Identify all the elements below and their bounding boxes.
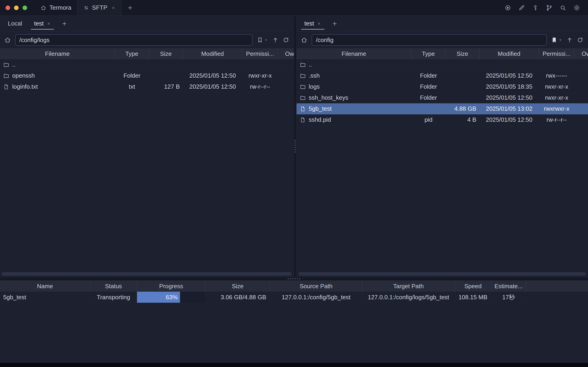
- horizontal-scrollbar[interactable]: [298, 272, 586, 275]
- column-header-progress[interactable]: Progress: [137, 281, 205, 292]
- column-header-owner[interactable]: Owner: [278, 48, 294, 59]
- edit-button[interactable]: [518, 4, 525, 11]
- bookmark-icon: [551, 37, 557, 43]
- file-row[interactable]: logs Folder 2025/01/05 18:35 rwxr-xr-x: [297, 81, 588, 92]
- remote-pathbar: [297, 32, 588, 48]
- file-name-cell: loginfo.txt: [0, 81, 115, 92]
- file-row[interactable]: openssh Folder 2025/01/05 12:50 rwxr-xr-…: [0, 70, 294, 81]
- parent-directory-button[interactable]: [272, 37, 279, 43]
- tab-local[interactable]: Local: [2, 16, 28, 32]
- keychain-button[interactable]: [546, 4, 553, 11]
- file-row[interactable]: loginfo.txt txt 127 B 2025/01/05 12:50 r…: [0, 81, 294, 92]
- tab-test-remote[interactable]: test: [298, 16, 327, 32]
- file-row[interactable]: ssh_host_keys Folder 2025/01/05 12:50 rw…: [297, 92, 588, 103]
- close-icon[interactable]: [111, 6, 115, 10]
- transfer-table-header: Name Status Progress Size Source Path Ta…: [0, 281, 588, 292]
- file-type-cell: Folder: [411, 92, 445, 103]
- column-header-size[interactable]: Size: [205, 281, 270, 292]
- file-type-cell: [411, 103, 445, 114]
- file-permissions-cell: [539, 59, 574, 70]
- bookmark-button[interactable]: [551, 37, 562, 43]
- local-pane: Local test Filename Type Size Mod: [0, 16, 294, 277]
- close-icon[interactable]: [47, 22, 51, 26]
- search-button[interactable]: [560, 4, 566, 11]
- macro-record-button[interactable]: [504, 4, 511, 11]
- refresh-button[interactable]: [283, 37, 289, 43]
- horizontal-scrollbar[interactable]: [2, 272, 291, 275]
- column-header-filename[interactable]: Filename: [297, 48, 411, 59]
- progress-bar: 63%: [137, 292, 180, 303]
- refresh-button[interactable]: [577, 37, 583, 43]
- path-input[interactable]: [15, 34, 253, 46]
- column-header-permissions[interactable]: Permissi...: [539, 48, 574, 59]
- file-row[interactable]: .ssh Folder 2025/01/05 12:50 rwx------: [297, 70, 588, 81]
- file-modified-cell: 2025/01/05 12:50: [479, 114, 539, 125]
- tab-termora[interactable]: Termora: [34, 0, 77, 15]
- file-table-header: Filename Type Size Modified Permissi... …: [297, 48, 588, 59]
- file-permissions-cell: rwxr-xr-x: [242, 70, 278, 81]
- column-header-estimate[interactable]: Estimate...: [491, 281, 526, 292]
- file-size-cell: [149, 70, 183, 81]
- folder-icon: [300, 84, 306, 90]
- transfer-row[interactable]: 5gb_test Transporting 63% 3.06 GB/4.88 G…: [0, 292, 588, 303]
- column-header-type[interactable]: Type: [115, 48, 149, 59]
- close-window-button[interactable]: [6, 6, 10, 10]
- file-row[interactable]: ..: [297, 59, 588, 70]
- file-size-cell: 127 B: [149, 81, 183, 92]
- tab-test-local[interactable]: test: [28, 16, 57, 32]
- zoom-window-button[interactable]: [23, 6, 27, 10]
- local-file-list: .. openssh Folder 2025/01/05 12:50 rwxr-…: [0, 59, 294, 277]
- folder-icon: [300, 62, 306, 68]
- transfer-panel: Name Status Progress Size Source Path Ta…: [0, 281, 588, 363]
- tab-sftp[interactable]: SFTP: [77, 0, 121, 15]
- column-header-type[interactable]: Type: [411, 48, 445, 59]
- file-name: 5gb_test: [309, 105, 332, 112]
- column-header-modified[interactable]: Modified: [479, 48, 539, 59]
- column-header-name[interactable]: Name: [0, 281, 90, 292]
- key-manager-button[interactable]: [532, 4, 539, 11]
- home-button[interactable]: [4, 36, 11, 43]
- add-tab-button[interactable]: [327, 16, 342, 32]
- column-header-status[interactable]: Status: [90, 281, 137, 292]
- file-modified-cell: 2025/01/05 18:35: [479, 81, 539, 92]
- new-terminal-tab-button[interactable]: [122, 0, 139, 15]
- refresh-icon: [577, 37, 583, 43]
- bookmark-button[interactable]: [257, 37, 268, 43]
- path-input[interactable]: [312, 34, 547, 46]
- transfer-size-cell: 3.06 GB/4.88 GB: [205, 292, 270, 303]
- transfer-splitter[interactable]: [0, 277, 588, 281]
- column-header-owner[interactable]: Owner: [574, 48, 588, 59]
- home-icon: [41, 5, 46, 11]
- add-tab-button[interactable]: [57, 16, 72, 32]
- file-row[interactable]: sshd.pid pid 4 B 2025/01/05 12:50 rw-r--…: [297, 114, 588, 125]
- parent-directory-button[interactable]: [566, 37, 573, 43]
- file-size-cell: [445, 70, 479, 81]
- file-table-header: Filename Type Size Modified Permissi... …: [0, 48, 294, 59]
- file-row-selected[interactable]: 5gb_test 4.88 GB 2025/01/05 13:02 rwxrwx…: [297, 103, 588, 114]
- header-filler: [526, 281, 588, 292]
- transfer-name-cell: 5gb_test: [0, 292, 90, 303]
- column-header-target-path[interactable]: Target Path: [362, 281, 455, 292]
- tab-label: test: [304, 20, 314, 27]
- pane-splitter[interactable]: [294, 16, 297, 277]
- home-button[interactable]: [301, 36, 307, 43]
- file-type-cell: Folder: [411, 70, 445, 81]
- file-name: .ssh: [309, 72, 320, 79]
- file-row[interactable]: ..: [0, 59, 294, 70]
- file-icon: [300, 106, 306, 112]
- column-header-permissions[interactable]: Permissi...: [242, 48, 278, 59]
- file-name-cell: ssh_host_keys: [297, 92, 411, 103]
- column-header-size[interactable]: Size: [149, 48, 183, 59]
- column-header-modified[interactable]: Modified: [183, 48, 242, 59]
- column-header-filename[interactable]: Filename: [0, 48, 115, 59]
- record-icon: [504, 4, 511, 11]
- sftp-tab-label: SFTP: [92, 4, 107, 11]
- settings-button[interactable]: [573, 4, 580, 11]
- close-icon[interactable]: [317, 22, 321, 26]
- transfer-progress-cell: 63%: [137, 292, 205, 303]
- file-name: sshd.pid: [309, 116, 331, 123]
- column-header-speed[interactable]: Speed: [455, 281, 491, 292]
- minimize-window-button[interactable]: [14, 6, 19, 10]
- column-header-source-path[interactable]: Source Path: [270, 281, 362, 292]
- column-header-size[interactable]: Size: [445, 48, 479, 59]
